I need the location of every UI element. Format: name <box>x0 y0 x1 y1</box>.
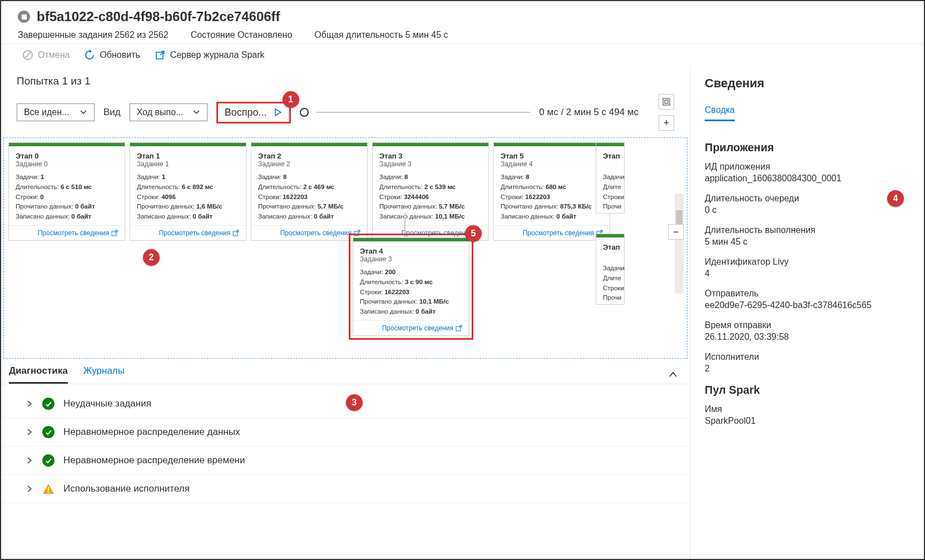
details-header: Сведения <box>705 76 909 91</box>
page-header: bf5a1022-c80d-4f98-b60f-7b2ce74606ff Зав… <box>1 1 924 43</box>
section-apps: Приложения <box>705 141 909 154</box>
completed-label: Завершенные задания <box>18 30 112 39</box>
stage-card-2[interactable]: Этап 2 Задание 2 Задачи: 8 Длительность:… <box>251 142 368 241</box>
stage-card-4[interactable]: Этап 5 Задание 4 Задачи: 8 Длительность:… <box>493 142 610 241</box>
diag-row[interactable]: Использование исполнителя <box>1 475 690 503</box>
chevron-right-icon <box>26 457 33 464</box>
timeline-time: 0 мс / 2 мин 5 с 494 мс <box>539 107 639 118</box>
ids-dropdown[interactable]: Все иден... <box>17 103 95 121</box>
callout-3: 3 <box>346 394 363 411</box>
status-stopped-icon <box>18 11 30 23</box>
stage-details-link[interactable]: Просмотреть сведения <box>382 324 462 332</box>
callout-1: 1 <box>283 91 299 108</box>
diag-label: Использование исполнителя <box>63 483 190 494</box>
check-icon <box>42 454 55 467</box>
check-icon <box>42 398 55 410</box>
section-pool: Пул Spark <box>705 384 909 397</box>
diag-label: Неравномерное распределение данных <box>63 427 240 438</box>
stage-card-1[interactable]: Этап 1 Задание 1 Задачи: 1 Длительность:… <box>130 142 246 241</box>
callout-4: 4 <box>887 190 904 207</box>
warning-icon <box>42 483 55 495</box>
svg-rect-11 <box>48 487 49 490</box>
external-link-icon <box>456 325 462 331</box>
zoom-out-button[interactable]: − <box>668 224 684 240</box>
state-value: Остановлено <box>238 30 292 39</box>
chevron-down-icon <box>80 108 87 116</box>
stage-card-4[interactable]: Этап 4 Задание 3 Задачи: 200 Длительност… <box>353 237 469 336</box>
duration-value: 5 мин 45 с <box>405 30 448 39</box>
chevron-right-icon <box>26 400 33 408</box>
stage-details-link[interactable]: Просмотреть сведения <box>38 229 118 237</box>
external-link-icon <box>155 49 166 61</box>
bottom-tabs: Диагностика Журналы <box>1 359 690 384</box>
refresh-icon <box>84 49 95 61</box>
chevron-right-icon <box>26 428 33 436</box>
svg-rect-4 <box>665 100 668 103</box>
job-graph[interactable]: Этап 0 Задание 0 Задачи: 1 Длительность:… <box>3 137 687 359</box>
playback-button[interactable]: Воспро... 1 <box>216 102 291 123</box>
state-label: Состояние <box>191 30 235 39</box>
stage-4-highlight: 5 Этап 4 Задание 3 Задачи: 200 Длительно… <box>349 234 473 340</box>
stage-card-partial[interactable]: Этап ЗадачиДлите СтрокиПрочи Запис <box>596 142 625 214</box>
refresh-button[interactable]: Обновить <box>84 49 140 61</box>
cancel-button: Отмена <box>22 49 70 61</box>
graph-scrollbar[interactable] <box>675 194 684 294</box>
svg-rect-12 <box>48 492 49 493</box>
tab-diagnostics[interactable]: Диагностика <box>9 365 68 384</box>
svg-line-1 <box>25 52 31 58</box>
slider-knob[interactable] <box>300 108 309 117</box>
details-panel: Сведения Сводка Приложения ИД приложения… <box>690 66 924 559</box>
diag-row[interactable]: Неравномерное распределение данных <box>1 418 690 447</box>
tab-summary[interactable]: Сводка <box>705 101 735 121</box>
attempt-label: Попытка 1 из 1 <box>17 75 90 87</box>
page-title: bf5a1022-c80d-4f98-b60f-7b2ce74606ff <box>37 9 280 24</box>
graph-connector <box>404 213 405 235</box>
diag-label: Неравномерное распределение времени <box>63 455 245 466</box>
diag-row[interactable]: Неравномерное распределение времени <box>1 447 690 475</box>
view-dropdown[interactable]: Ход выпо... <box>130 103 207 121</box>
timeline-slider[interactable] <box>300 108 531 117</box>
toolbar: Отмена Обновить Сервер журнала Spark <box>1 43 924 66</box>
zoom-in-button[interactable]: + <box>659 115 674 131</box>
collapse-icon[interactable] <box>667 369 679 380</box>
diagnostics-list: 3 Неудачные задания Неравномерное распре… <box>1 384 690 509</box>
spark-history-button[interactable]: Сервер журнала Spark <box>155 49 265 61</box>
tab-logs[interactable]: Журналы <box>83 365 125 384</box>
stage-details-link[interactable]: Просмотреть сведения <box>523 229 603 237</box>
diag-row[interactable]: Неудачные задания <box>1 390 690 418</box>
fit-button[interactable] <box>659 94 674 110</box>
stage-details-link[interactable]: Просмотреть сведения <box>159 229 239 237</box>
check-icon <box>42 426 55 438</box>
callout-5: 5 <box>465 225 482 242</box>
callout-2: 2 <box>143 249 160 266</box>
play-icon <box>274 108 283 117</box>
attempt-controls: Попытка 1 из 1 <box>1 66 690 94</box>
view-label: Вид <box>103 107 121 118</box>
cancel-icon <box>22 49 33 61</box>
duration-label: Общая длительность <box>314 30 403 39</box>
svg-rect-3 <box>663 98 670 105</box>
chevron-right-icon <box>26 485 33 493</box>
stage-card-0[interactable]: Этап 0 Задание 0 Задачи: 1 Длительность:… <box>8 142 125 241</box>
fit-icon <box>662 97 671 106</box>
completed-value: 2562 из 2562 <box>115 30 168 39</box>
chevron-down-icon <box>192 108 200 116</box>
stage-card-partial[interactable]: Этап ЗадачиДлите СтрокиПрочи Запис <box>596 234 625 305</box>
diag-label: Неудачные задания <box>63 398 151 409</box>
